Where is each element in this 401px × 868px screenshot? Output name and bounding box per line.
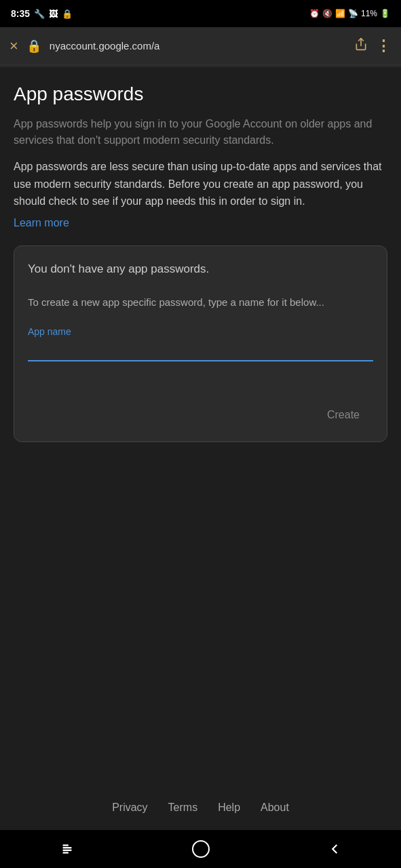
lock-icon: 🔒 [62,9,73,19]
share-icon[interactable] [354,37,368,54]
wifi-icon: 📶 [335,9,345,18]
description-main: App passwords are less secure than using… [14,158,387,210]
status-right: ⏰ 🔇 📶 📡 11% 🔋 [309,9,390,18]
learn-more-link[interactable]: Learn more [14,217,69,229]
gallery-icon: 🖼 [49,9,58,19]
privacy-link[interactable]: Privacy [112,802,147,814]
alarm-icon: ⏰ [309,9,320,18]
app-name-input-group: App name [28,326,373,361]
ssl-lock-icon: 🔒 [26,39,41,54]
app-name-input[interactable] [28,341,373,361]
status-left: 8:35 🔧 🖼 🔒 [11,8,73,19]
home-circle-icon [192,840,210,858]
battery-icon: 🔋 [380,9,390,18]
wrench-icon: 🔧 [34,9,45,19]
create-button[interactable]: Create [313,402,373,428]
app-name-label: App name [28,326,373,337]
card-instruction-text: To create a new app specific password, t… [28,295,373,311]
browser-menu-icon[interactable]: ⋮ [376,37,392,55]
nav-bar [0,830,401,868]
terms-link[interactable]: Terms [168,802,198,814]
url-display[interactable]: nyaccount.google.com/a [50,40,346,52]
back-nav-button[interactable] [318,832,351,866]
home-nav-button[interactable] [184,832,218,866]
description-faded: App passwords help you sign in to your G… [14,116,387,149]
footer: Privacy Terms Help About [0,785,401,830]
about-link[interactable]: About [261,802,289,814]
close-tab-button[interactable]: × [9,37,18,55]
signal-icon: 📡 [348,9,358,18]
app-passwords-card: You don't have any app passwords. To cre… [14,245,387,443]
battery-display: 11% [361,9,377,18]
card-actions: Create [28,402,373,428]
recents-nav-button[interactable] [50,832,84,866]
page-title: App passwords [14,83,387,105]
help-link[interactable]: Help [218,802,240,814]
status-bar: 8:35 🔧 🖼 🔒 ⏰ 🔇 📶 📡 11% 🔋 [0,0,401,27]
browser-bar: × 🔒 nyaccount.google.com/a ⋮ [0,27,401,65]
time-display: 8:35 [11,8,30,19]
mute-icon: 🔇 [322,9,332,18]
main-content: App passwords App passwords help you sig… [0,67,401,785]
no-passwords-text: You don't have any app passwords. [28,262,373,276]
